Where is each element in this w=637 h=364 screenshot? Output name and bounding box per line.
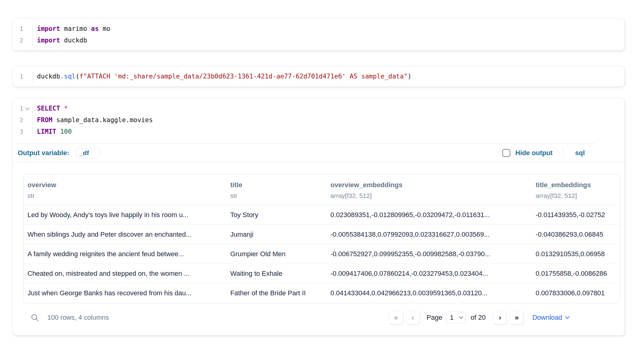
table-cell: When siblings Judy and Peter discover an… <box>24 225 230 244</box>
column-header[interactable]: overview_embeddingsarray[f32, 512] <box>330 174 536 205</box>
first-page-button[interactable]: « <box>389 311 403 325</box>
table-footer: 100 rows, 4 columns « ‹ Page 1 of 20 › »… <box>23 303 620 335</box>
table-row[interactable]: When siblings Judy and Peter discover an… <box>24 225 620 244</box>
column-name: overview <box>27 181 230 189</box>
code-line: 3LIMIT 100 <box>13 126 624 137</box>
search-button[interactable] <box>28 311 42 325</box>
table-row[interactable]: Led by Woody, Andy's toys live happily i… <box>24 205 620 225</box>
line-number: 1 <box>20 105 23 112</box>
code-token: duckdb <box>60 37 87 44</box>
hide-output-label[interactable]: Hide output <box>515 149 553 157</box>
table-cell: Father of the Bride Part II <box>230 283 330 303</box>
table-cell: -0.040386293,0.06845 <box>536 225 620 244</box>
code-line: 2import duckdb <box>13 35 624 46</box>
fold-spacer <box>24 129 31 135</box>
notebook: 1import marimo as mo2import duckdb 1duck… <box>12 18 625 336</box>
table-cell: 0.0132910535,0.06958 <box>536 244 620 264</box>
column-type: str <box>230 192 330 199</box>
code-text: FROM sample_data.kaggle.movies <box>33 116 153 124</box>
fold-spacer <box>24 117 31 123</box>
code-token: as <box>91 25 99 32</box>
code-token: SELECT <box>37 105 60 112</box>
code-token: import <box>37 25 60 32</box>
sql-cell: 1SELECT *2FROM sample_data.kaggle.movies… <box>12 98 625 336</box>
dataframe-table: overviewstrtitlestroverview_embeddingsar… <box>24 174 620 303</box>
column-header[interactable]: titlestr <box>230 174 330 205</box>
table-cell: Cheated on, mistreated and stepped on, t… <box>24 264 230 283</box>
page-label: Page <box>427 314 442 322</box>
code-token <box>60 105 64 112</box>
code-text: SELECT * <box>33 105 68 112</box>
table-cell: 0.041433044,0.042966213,0.0039591365,0.0… <box>330 283 536 303</box>
code-token: marimo <box>60 25 91 32</box>
table-cell: -0.011439355,-0.02752 <box>536 205 620 225</box>
fold-spacer <box>24 73 31 79</box>
code-token: * <box>64 105 68 112</box>
line-number: 1 <box>20 73 23 80</box>
table-cell: 0.007833006,0.097801 <box>536 283 620 303</box>
code-text: import marimo as mo <box>33 25 110 32</box>
code-text: duckdb.sql(f"ATTACH 'md:_share/sample_da… <box>33 73 411 80</box>
code-editor-imports[interactable]: 1import marimo as mo2import duckdb <box>13 19 624 50</box>
table-cell: Just when George Banks has recovered fro… <box>24 283 230 303</box>
code-token: f"ATTACH 'md:_share/sample_data/23b0d623… <box>79 73 408 80</box>
gutter: 2 <box>13 35 33 46</box>
chevron-down-icon <box>565 315 570 319</box>
code-token: duckdb <box>37 73 60 80</box>
code-editor-sql[interactable]: 1SELECT *2FROM sample_data.kaggle.movies… <box>13 98 624 142</box>
table-cell: 0.01755858,-0.0086286 <box>536 264 620 283</box>
table-row[interactable]: A family wedding reignites the ancient f… <box>24 244 620 264</box>
code-token: ( <box>75 73 79 80</box>
column-header[interactable]: overviewstr <box>24 174 230 205</box>
table-cell: -0.0055384138,0.07992093,0.023316627,0.0… <box>330 225 536 244</box>
code-token: FROM <box>37 116 53 124</box>
fold-spacer <box>24 37 31 43</box>
hide-output-checkbox[interactable] <box>502 149 510 157</box>
page-count-label: of 20 <box>471 314 486 322</box>
next-page-button[interactable]: › <box>493 311 507 325</box>
fold-spacer <box>24 26 31 32</box>
search-icon <box>30 313 39 322</box>
column-name: title <box>230 181 330 189</box>
code-cell-imports: 1import marimo as mo2import duckdb <box>12 18 625 51</box>
page-number-select[interactable]: 1 <box>446 311 466 324</box>
code-line: 1SELECT * <box>13 103 624 114</box>
language-select[interactable]: sql <box>575 149 585 157</box>
gutter: 2 <box>13 114 33 126</box>
chevron-down-icon <box>459 315 463 319</box>
table-row[interactable]: Cheated on, mistreated and stepped on, t… <box>24 264 620 283</box>
download-label: Download <box>532 314 562 322</box>
divider <box>563 147 564 159</box>
table-cell: Jumanji <box>230 225 330 244</box>
prev-page-button[interactable]: ‹ <box>406 311 420 325</box>
fold-chevron-icon[interactable] <box>24 105 31 111</box>
output-variable-input[interactable] <box>76 148 100 158</box>
code-text: import duckdb <box>33 37 87 44</box>
gutter: 1 <box>13 103 33 114</box>
table-cell: -0.009417406,0.07860214,-0.023279453,0.0… <box>330 264 536 283</box>
column-name: overview_embeddings <box>330 181 536 189</box>
table-cell: 0.023089351,-0.012809965,-0.03209472,-0.… <box>330 205 536 225</box>
rows-summary: 100 rows, 4 columns <box>47 314 109 322</box>
output-variable-bar: Output variable: Hide output sql <box>13 144 624 162</box>
code-token: LIMIT <box>37 128 56 135</box>
code-line: 1duckdb.sql(f"ATTACH 'md:_share/sample_d… <box>13 71 624 82</box>
code-token: import <box>37 37 60 44</box>
table-cell: Led by Woody, Andy's toys live happily i… <box>24 205 230 225</box>
gutter: 1 <box>13 71 33 82</box>
code-text: LIMIT 100 <box>33 128 72 135</box>
last-page-button[interactable]: » <box>510 311 524 325</box>
code-token: mo <box>99 25 110 32</box>
code-editor-attach[interactable]: 1duckdb.sql(f"ATTACH 'md:_share/sample_d… <box>13 66 624 86</box>
column-header[interactable]: title_embeddingsarray[f32, 512] <box>536 174 620 205</box>
code-token: ) <box>408 73 412 80</box>
code-token: sample_data.kaggle.movies <box>53 116 153 124</box>
line-number: 3 <box>20 128 23 135</box>
download-button[interactable]: Download <box>532 314 569 322</box>
code-token: 100 <box>60 128 72 135</box>
column-name: title_embeddings <box>536 181 620 189</box>
output-variable-label: Output variable: <box>18 149 69 157</box>
table-row[interactable]: Just when George Banks has recovered fro… <box>24 283 620 303</box>
code-cell-attach: 1duckdb.sql(f"ATTACH 'md:_share/sample_d… <box>12 66 625 87</box>
cell-output: overviewstrtitlestroverview_embeddingsar… <box>13 162 624 335</box>
